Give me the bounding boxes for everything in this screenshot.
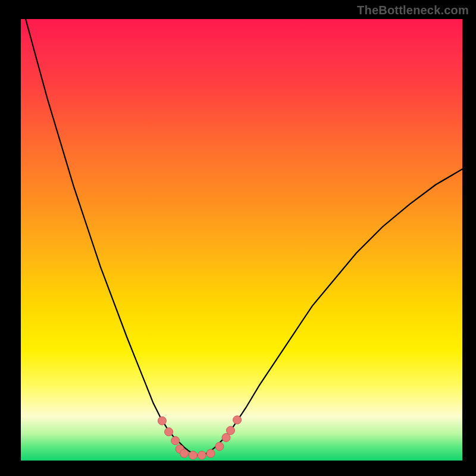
data-markers: [158, 416, 241, 459]
curve-layer: [21, 19, 462, 461]
data-marker: [171, 437, 180, 445]
data-marker: [198, 451, 206, 459]
data-marker: [233, 416, 242, 424]
data-marker: [206, 449, 215, 458]
data-marker: [158, 416, 166, 425]
plot-area: [21, 19, 462, 461]
data-marker: [189, 451, 197, 459]
data-marker: [180, 449, 189, 458]
data-marker: [226, 427, 234, 435]
watermark-text: TheBottleneck.com: [357, 4, 469, 17]
data-marker: [215, 442, 224, 450]
data-marker: [165, 428, 173, 436]
bottleneck-curve: [21, 19, 462, 455]
chart-frame: TheBottleneck.com: [0, 0, 476, 476]
